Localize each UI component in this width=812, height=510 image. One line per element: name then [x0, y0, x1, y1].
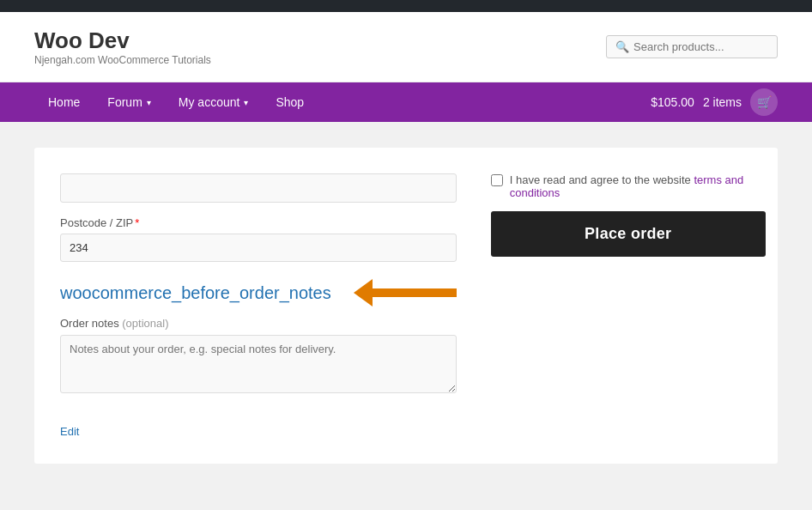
nav-item-forum[interactable]: Forum ▾ — [94, 83, 164, 121]
checkout-layout: Postcode / ZIP* woocommerce_before_order… — [34, 148, 778, 464]
place-order-button[interactable]: Place order — [491, 211, 766, 257]
order-notes-textarea[interactable] — [60, 335, 457, 393]
nav-item-home[interactable]: Home — [34, 83, 94, 121]
site-title: Woo Dev — [34, 27, 211, 54]
edit-link[interactable]: Edit — [60, 425, 79, 438]
main-content: Postcode / ZIP* woocommerce_before_order… — [0, 122, 812, 489]
arrow-body — [371, 288, 457, 297]
cart-items-count: 2 items — [703, 95, 742, 109]
site-nav: Home Forum ▾ My account ▾ Shop $105.00 2… — [0, 82, 812, 122]
postcode-input[interactable] — [60, 234, 457, 262]
required-indicator: * — [135, 216, 139, 229]
chevron-down-icon: ▾ — [147, 98, 151, 107]
hook-text: woocommerce_before_order_notes — [60, 283, 331, 303]
search-icon: 🔍 — [615, 40, 629, 53]
order-notes-field-group: Order notes (optional) — [60, 317, 457, 396]
nav-item-shop[interactable]: Shop — [262, 83, 318, 121]
site-header: Woo Dev Njengah.com WooCommerce Tutorial… — [0, 12, 812, 82]
postcode-field-group: Postcode / ZIP* — [60, 216, 457, 262]
hook-label: woocommerce_before_order_notes — [60, 279, 457, 307]
terms-text: I have read and agree to the website ter… — [510, 173, 766, 199]
right-column: I have read and agree to the website ter… — [491, 173, 766, 438]
arrow-head — [354, 279, 373, 307]
nav-links: Home Forum ▾ My account ▾ Shop — [34, 83, 318, 121]
terms-checkbox[interactable] — [491, 174, 503, 186]
cart-price: $105.00 — [651, 95, 694, 109]
order-notes-optional: (optional) — [122, 317, 168, 330]
nav-item-myaccount[interactable]: My account ▾ — [165, 83, 263, 121]
cart-icon[interactable]: 🛒 — [750, 88, 778, 116]
site-tagline: Njengah.com WooCommerce Tutorials — [34, 54, 211, 66]
cart-area: $105.00 2 items 🛒 — [651, 88, 778, 116]
left-column: Postcode / ZIP* woocommerce_before_order… — [60, 173, 457, 438]
search-input[interactable] — [633, 40, 768, 53]
admin-top-bar — [0, 0, 812, 12]
clipped-input[interactable] — [60, 173, 457, 203]
chevron-down-icon: ▾ — [244, 98, 248, 107]
search-bar[interactable]: 🔍 — [606, 35, 778, 58]
terms-line: I have read and agree to the website ter… — [491, 173, 766, 199]
basket-icon: 🛒 — [757, 95, 772, 109]
site-logo: Woo Dev Njengah.com WooCommerce Tutorial… — [34, 27, 211, 66]
clipped-field-group — [60, 173, 457, 203]
postcode-label: Postcode / ZIP* — [60, 216, 457, 229]
order-notes-label: Order notes (optional) — [60, 317, 457, 330]
orange-arrow-indicator — [354, 279, 457, 307]
